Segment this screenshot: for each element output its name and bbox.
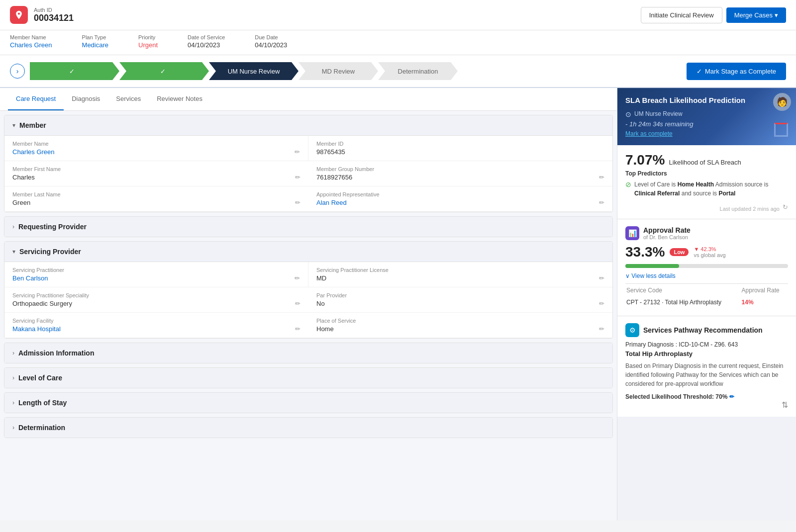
determination-header[interactable]: › Determination	[4, 418, 612, 438]
admission-section-header[interactable]: › Admission Information	[4, 343, 612, 363]
member-group-number-label: Member Group Number	[316, 166, 604, 172]
requesting-provider-title: Requesting Provider	[18, 223, 87, 231]
mark-stage-complete-button[interactable]: ✓ Mark Stage as Complete	[687, 63, 786, 80]
approval-rate-bar-background	[625, 264, 788, 268]
member-id-field-value: 98765435	[316, 148, 604, 156]
right-panel: SLA Breach Likelihood Prediction 🧑 ⊙ UM …	[617, 88, 796, 521]
likelihood-header: 7.07% Likelihood of SLA Breach	[625, 152, 788, 168]
pathway-threshold-edit-icon[interactable]: ✏	[729, 393, 734, 400]
length-of-stay-section: › Length of Stay	[4, 392, 613, 413]
service-code-label: CPT - 27132	[626, 299, 660, 306]
auth-id-value: 00034121	[34, 13, 74, 23]
pathway-sort-button[interactable]: ⇅	[782, 400, 788, 410]
header: Auth ID 00034121 Initiate Clinical Revie…	[0, 0, 796, 30]
service-code-row: CPT - 27132 · Total Hip Arthroplasty 14%	[626, 297, 787, 308]
plan-type-link[interactable]: Medicare	[82, 41, 108, 49]
servicing-speciality-edit-icon[interactable]: ✏	[295, 300, 300, 307]
tab-reviewer-notes[interactable]: Reviewer Notes	[149, 88, 210, 110]
member-name-link[interactable]: Charles Green	[10, 41, 52, 49]
service-code-desc: · Total Hip Arthroplasty	[662, 299, 721, 306]
member-group-number-edit-icon[interactable]: ✏	[599, 174, 604, 181]
member-name-field-value: Charles Green	[12, 148, 55, 156]
member-id-field: Member ID 98765435	[308, 136, 612, 161]
pathway-threshold-row: Selected Likelihood Threshold: 70% ✏	[625, 393, 788, 400]
date-of-service-meta: Date of Service 04/10/2023	[188, 34, 225, 49]
service-approval-pct: 14%	[742, 297, 787, 308]
servicing-provider-header[interactable]: ▾ Servicing Provider	[4, 242, 612, 262]
member-first-name-label: Member First Name	[12, 166, 300, 172]
due-date-value: 04/10/2023	[255, 41, 287, 49]
sla-mark-complete-link[interactable]: Mark as complete	[625, 130, 673, 137]
workflow-step-determination[interactable]: Determination	[378, 62, 458, 80]
member-last-name-edit-icon[interactable]: ✏	[295, 199, 300, 206]
pathway-title: Services Pathway Recommendation	[643, 326, 763, 334]
pathway-description: Based on Primary Diagnosis in the curren…	[625, 361, 788, 388]
member-name-edit-icon[interactable]: ✏	[295, 148, 300, 156]
member-id-field-label: Member ID	[316, 141, 604, 147]
par-provider-edit-icon[interactable]: ✏	[599, 300, 604, 307]
length-of-stay-header[interactable]: › Length of Stay	[4, 393, 612, 413]
approval-rate-row: 33.3% Low ▼ 42.3% vs global avg	[625, 244, 788, 260]
pathway-card-header: ⚙ Services Pathway Recommendation	[625, 323, 788, 337]
member-group-number-field: Member Group Number 7618927656 ✏	[308, 161, 612, 186]
priority-meta: Priority Urgent	[138, 34, 158, 49]
workflow-back-button[interactable]: ›	[10, 64, 25, 79]
place-of-service-label: Place of Service	[316, 318, 604, 324]
servicing-provider-body: Servicing Practitioner Ben Carlson ✏ Ser…	[4, 262, 612, 338]
servicing-practitioner-edit-icon[interactable]: ✏	[295, 274, 300, 282]
last-updated-text: Last updated 2 mins ago	[720, 206, 780, 212]
merge-cases-dropdown-icon[interactable]: ▾	[775, 11, 778, 19]
approval-rate-percentage: 33.3%	[625, 244, 665, 260]
workflow-step-1[interactable]: ✓	[30, 62, 119, 80]
member-section-header[interactable]: ▾ Member	[4, 115, 612, 136]
approval-rate-arrow: ▼ 42.3%	[694, 246, 725, 252]
pathway-card: ⚙ Services Pathway Recommendation Primar…	[617, 316, 796, 417]
header-right: Initiate Clinical Review Merge Cases ▾	[641, 7, 786, 23]
servicing-license-value: MD	[316, 274, 326, 282]
merge-cases-button[interactable]: Merge Cases ▾	[726, 7, 786, 23]
header-left: Auth ID 00034121	[10, 6, 74, 24]
member-first-name-edit-icon[interactable]: ✏	[295, 174, 300, 181]
refresh-icon[interactable]: ↻	[783, 203, 788, 211]
workflow-step-2[interactable]: ✓	[119, 62, 209, 80]
approval-rate-title: Approval Rate	[643, 226, 691, 234]
member-fields-grid: Member Name Charles Green ✏ Member ID 98…	[4, 136, 612, 212]
servicing-provider-grid: Servicing Practitioner Ben Carlson ✏ Ser…	[4, 262, 612, 338]
view-less-button[interactable]: ∨ View less details	[625, 272, 676, 279]
determination-chevron-icon: ›	[12, 424, 14, 431]
servicing-license-edit-icon[interactable]: ✏	[599, 274, 604, 282]
auth-id-block: Auth ID 00034121	[34, 7, 74, 23]
sla-loading-spinner	[774, 123, 788, 137]
tabs: Care Request Diagnosis Services Reviewer…	[0, 88, 617, 111]
appointed-rep-edit-icon[interactable]: ✏	[599, 199, 604, 206]
approval-rate-low-badge: Low	[670, 248, 689, 256]
tab-diagnosis[interactable]: Diagnosis	[64, 88, 108, 110]
level-of-care-header[interactable]: › Level of Care	[4, 368, 612, 388]
merge-cases-label: Merge Cases	[734, 11, 773, 19]
servicing-practitioner-field: Servicing Practitioner Ben Carlson ✏	[4, 262, 308, 287]
servicing-speciality-field: Servicing Practitioner Speciality Orthop…	[4, 287, 308, 313]
length-of-stay-chevron-icon: ›	[12, 399, 14, 406]
predictor-text-3: and source is	[680, 190, 718, 197]
member-chevron-icon: ▾	[12, 122, 15, 129]
workflow-step-md-review[interactable]: MD Review	[298, 62, 378, 80]
workflow-step-um-nurse-review[interactable]: UM Nurse Review	[209, 62, 298, 80]
workflow-step-5-label: Determination	[398, 68, 438, 75]
step-2-check-icon: ✓	[160, 68, 166, 75]
predictor-row: ⊘ Level of Care is Home Health Admission…	[625, 180, 788, 198]
pathway-threshold-label: Selected Likelihood Threshold:	[625, 393, 715, 400]
servicing-facility-edit-icon[interactable]: ✏	[295, 325, 300, 333]
approval-rate-bar-fill	[625, 264, 679, 268]
member-last-name-value: Green	[12, 199, 30, 206]
tab-services[interactable]: Services	[108, 88, 149, 110]
priority-value: Urgent	[138, 41, 158, 49]
member-section-title: Member	[19, 121, 46, 129]
place-of-service-edit-icon[interactable]: ✏	[599, 325, 604, 333]
approval-rate-col-header: Approval Rate	[742, 285, 787, 296]
appointed-rep-field: Appointed Representative Alan Reed ✏	[308, 186, 612, 212]
tab-care-request[interactable]: Care Request	[8, 88, 64, 110]
approval-rate-subtitle: of Dr. Ben Carlson	[643, 234, 691, 240]
requesting-provider-header[interactable]: › Requesting Provider	[4, 217, 612, 237]
approval-rate-icon: 📊	[625, 226, 639, 240]
initiate-clinical-review-button[interactable]: Initiate Clinical Review	[641, 7, 722, 23]
